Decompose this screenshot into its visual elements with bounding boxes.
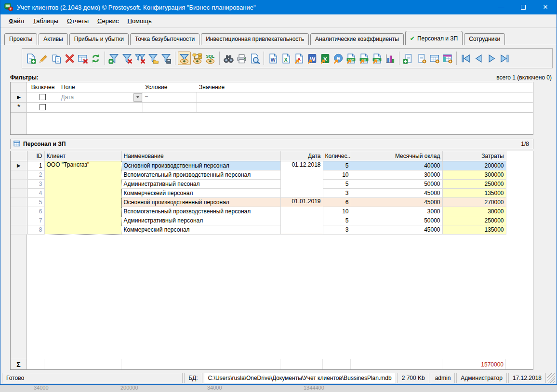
row-selector[interactable]: [11, 179, 27, 188]
cell-name[interactable]: Коммерческий персонал: [121, 225, 280, 234]
export-word-icon[interactable]: W: [305, 52, 318, 65]
record-copy-icon[interactable]: [50, 52, 63, 65]
cell-id[interactable]: 4: [27, 188, 44, 197]
cell-name[interactable]: Основной производственный персонал: [121, 161, 280, 170]
cell-salary[interactable]: 45000: [351, 188, 442, 197]
cell-cost[interactable]: 250000: [442, 179, 506, 188]
table-settings-icon[interactable]: [428, 52, 441, 65]
cell-date[interactable]: 01.01.2019: [280, 197, 323, 234]
tab-0[interactable]: Проекты: [4, 33, 37, 45]
cell-name[interactable]: Административный персонал: [121, 216, 280, 225]
col-header-name[interactable]: Наименование: [121, 151, 280, 161]
record-edit-icon[interactable]: [37, 52, 50, 65]
cell-quantity[interactable]: 10: [323, 170, 351, 179]
close-button[interactable]: ×: [534, 0, 557, 14]
cell-name[interactable]: Основной производственный персонал: [121, 197, 280, 207]
menu-item-3[interactable]: Сервис: [93, 15, 123, 26]
cell-client[interactable]: ООО "Трансгаз": [44, 161, 121, 234]
export-excel-icon[interactable]: X: [318, 52, 332, 65]
report-settings-icon[interactable]: [415, 52, 428, 65]
print-preview-icon[interactable]: [248, 52, 261, 65]
filter-value-cell[interactable]: [197, 102, 299, 112]
filter-value-cell[interactable]: [197, 92, 299, 102]
chart-icon[interactable]: [384, 52, 397, 65]
filter-field-cell[interactable]: [59, 102, 143, 112]
cell-id[interactable]: 5: [27, 197, 44, 207]
row-selector[interactable]: [11, 225, 27, 234]
cell-cost[interactable]: 250000: [442, 216, 506, 225]
report-add-icon[interactable]: [402, 52, 415, 65]
cell-name[interactable]: Вспомогательный производственный персона…: [121, 170, 280, 179]
nav-prev-icon[interactable]: [472, 52, 485, 65]
filter-enabled-checkbox[interactable]: [40, 94, 46, 100]
cell-id[interactable]: 2: [27, 170, 44, 179]
cell-id[interactable]: 3: [27, 179, 44, 188]
menu-item-1[interactable]: Таблицы: [28, 15, 63, 26]
cell-id[interactable]: 1: [27, 161, 44, 170]
filter-enabled-cell[interactable]: [27, 92, 59, 102]
record-add-icon[interactable]: [24, 52, 37, 65]
cell-cost[interactable]: 300000: [442, 170, 506, 179]
cell-quantity[interactable]: 5: [323, 161, 351, 170]
tab-4[interactable]: Инвестиционная привлекательность: [201, 33, 309, 45]
col-header-quantity[interactable]: Количес...: [323, 151, 351, 161]
cell-name[interactable]: Вспомогательный производственный персона…: [121, 207, 280, 216]
tab-7[interactable]: Сотрудники: [464, 33, 505, 45]
filter-condition-cell[interactable]: =: [143, 92, 197, 102]
cell-salary[interactable]: 3000: [351, 207, 442, 216]
maximize-button[interactable]: [512, 0, 534, 14]
cell-quantity[interactable]: 6: [323, 197, 351, 207]
cell-cost[interactable]: 30000: [442, 207, 506, 216]
nav-next-icon[interactable]: [485, 52, 498, 65]
filter-condition-cell[interactable]: [143, 102, 197, 112]
table-appearance-icon[interactable]: [441, 52, 454, 65]
tab-3[interactable]: Точка безубыточности: [130, 33, 199, 45]
export-xml-icon[interactable]: XML: [371, 52, 384, 65]
refresh-icon[interactable]: [89, 52, 102, 65]
cell-quantity[interactable]: 10: [323, 207, 351, 216]
cell-quantity[interactable]: 5: [323, 179, 351, 188]
filter-field-cell[interactable]: Дата: [59, 92, 143, 102]
menu-item-4[interactable]: Помощь: [123, 15, 156, 26]
nav-first-icon[interactable]: [459, 52, 472, 65]
row-selector[interactable]: [11, 170, 27, 179]
cell-cost[interactable]: 270000: [442, 197, 506, 207]
cell-name[interactable]: Коммерческеий персонал: [121, 188, 280, 197]
cell-salary[interactable]: 30000: [351, 170, 442, 179]
cell-salary[interactable]: 50000: [351, 179, 442, 188]
cell-id[interactable]: 7: [27, 216, 44, 225]
nav-last-icon[interactable]: [498, 52, 511, 65]
tree-visibility-icon[interactable]: [191, 52, 204, 65]
filter-add-icon[interactable]: [107, 52, 120, 65]
cell-salary[interactable]: 40000: [351, 161, 442, 170]
cell-quantity[interactable]: 3: [323, 225, 351, 234]
menu-item-2[interactable]: Отчеты: [63, 15, 93, 26]
records-delete-table-icon[interactable]: [76, 52, 89, 65]
search-binoculars-icon[interactable]: [222, 52, 235, 65]
row-selector[interactable]: [11, 207, 27, 216]
word-open-icon[interactable]: W: [266, 52, 279, 65]
col-header-id[interactable]: ID: [27, 151, 44, 161]
col-header-client[interactable]: Клиент: [44, 151, 121, 161]
cell-salary[interactable]: 45000: [351, 197, 442, 207]
export-html-icon[interactable]: e: [332, 52, 345, 65]
export-csv-icon[interactable]: CSV: [345, 52, 358, 65]
field-dropdown-button[interactable]: [133, 93, 142, 102]
table-row[interactable]: ▶1ООО "Трансгаз"Основной производственны…: [11, 161, 506, 170]
col-header-salary[interactable]: Месячный оклад: [351, 151, 442, 161]
tab-2[interactable]: Прибыль и убытки: [69, 33, 129, 45]
current-row-marker[interactable]: ▶: [11, 161, 27, 170]
cell-name[interactable]: Административный песонал: [121, 179, 280, 188]
row-selector[interactable]: [11, 188, 27, 197]
tab-6-active[interactable]: ✔Персонал и ЗП: [405, 31, 463, 45]
filter-visibility-icon[interactable]: [178, 52, 191, 65]
filter-delete-all-icon[interactable]: [133, 52, 146, 65]
excel-open-icon[interactable]: X: [279, 52, 292, 65]
filter-save-icon[interactable]: [159, 52, 172, 65]
filter-row-1[interactable]: *: [11, 102, 533, 112]
minimize-button[interactable]: —: [490, 0, 512, 14]
filter-row-0[interactable]: ▶Дата=: [11, 92, 533, 102]
export-pdf-icon[interactable]: A: [292, 52, 305, 65]
cell-cost[interactable]: 200000: [442, 161, 506, 170]
col-header-cost[interactable]: Затраты: [442, 151, 506, 161]
